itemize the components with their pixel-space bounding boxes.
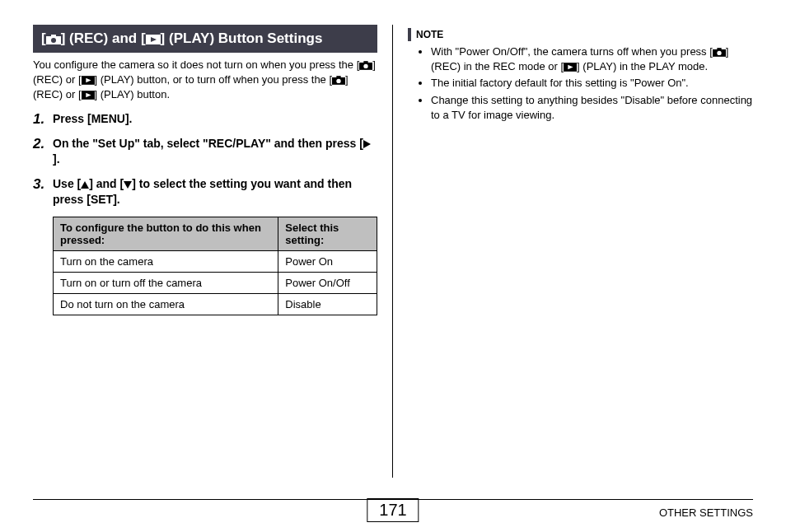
note-item: Change this setting to anything besides … [431, 93, 753, 123]
table-cell: Turn on the camera [54, 251, 278, 273]
steps-list: 1. Press [MENU]. 2. On the "Set Up" tab,… [33, 111, 377, 208]
svg-point-12 [336, 79, 340, 83]
step-3: 3. Use [] and [] to select the setting y… [33, 176, 377, 208]
footer-section-label: OTHER SETTINGS [659, 502, 753, 519]
settings-table: To configure the button to do this when … [53, 217, 377, 315]
text: ] (PLAY) button. [95, 88, 171, 100]
step-text: Press [MENU]. [53, 111, 132, 128]
text: ] (PLAY) button, or to turn off when you… [95, 73, 333, 86]
step-number: 1. [33, 111, 53, 128]
note-header: NOTE [408, 28, 753, 41]
play-icon [82, 76, 95, 85]
text: ]. [53, 152, 60, 166]
text: ] (PLAY) in the PLAY mode. [577, 60, 708, 72]
table-header: Select this setting: [278, 217, 377, 251]
text: On the "Set Up" tab, select "REC/PLAY" a… [53, 137, 363, 150]
svg-point-7 [364, 64, 368, 68]
page-footer: 171 OTHER SETTINGS [33, 499, 753, 519]
step-text: Use [] and [] to select the setting you … [53, 176, 377, 208]
triangle-right-icon [363, 140, 371, 148]
notes-list: With "Power On/Off", the camera turns of… [408, 44, 753, 123]
page-number: 171 [367, 498, 419, 522]
intro-paragraph: You configure the camera so it does not … [33, 58, 377, 103]
svg-point-17 [717, 51, 721, 55]
header-text: ] (REC) and [ [61, 30, 146, 46]
table-row: Do not turn on the camera Disable [54, 294, 377, 315]
camera-icon [713, 48, 726, 57]
step-number: 2. [33, 136, 53, 168]
footer-content: 171 OTHER SETTINGS [33, 502, 753, 519]
table-row: Turn on or turn off the camera Power On/… [54, 273, 377, 294]
table-header-row: To configure the button to do this when … [54, 217, 377, 251]
table-header: To configure the button to do this when … [54, 217, 278, 251]
table-cell: Turn on or turn off the camera [54, 273, 278, 294]
note-label: NOTE [416, 29, 443, 40]
note-bar-icon [408, 28, 411, 41]
note-item: The initial factory default for this set… [431, 76, 753, 91]
text: With "Power On/Off", the camera turns of… [431, 45, 713, 58]
step-number: 3. [33, 176, 53, 208]
triangle-up-icon [81, 181, 89, 189]
left-column: [] (REC) and [] (PLAY) Button Settings Y… [33, 25, 393, 478]
play-icon [146, 35, 161, 44]
svg-rect-6 [364, 61, 368, 63]
table-cell: Do not turn on the camera [54, 294, 278, 315]
svg-rect-11 [336, 76, 340, 78]
table-cell: Disable [278, 294, 377, 315]
svg-rect-1 [51, 35, 56, 37]
play-icon [82, 91, 95, 100]
triangle-down-icon [124, 181, 132, 189]
step-text: On the "Set Up" tab, select "REC/PLAY" a… [53, 136, 377, 168]
svg-point-2 [51, 38, 56, 43]
table-row: Turn on the camera Power On [54, 251, 377, 273]
camera-icon [332, 76, 345, 85]
step-1: 1. Press [MENU]. [33, 111, 377, 128]
text: You configure the camera so it does not … [33, 58, 359, 71]
note-item: With "Power On/Off", the camera turns of… [431, 44, 753, 74]
right-column: NOTE With "Power On/Off", the camera tur… [393, 25, 753, 478]
camera-icon [359, 61, 372, 70]
play-icon [564, 63, 577, 72]
svg-rect-16 [717, 48, 721, 50]
text: Use [ [53, 177, 81, 190]
section-header: [] (REC) and [] (PLAY) Button Settings [33, 25, 377, 53]
table-cell: Power On/Off [278, 273, 377, 294]
camera-icon [46, 35, 61, 44]
step-2: 2. On the "Set Up" tab, select "REC/PLAY… [33, 136, 377, 168]
table-cell: Power On [278, 251, 377, 273]
page: [] (REC) and [] (PLAY) Button Settings Y… [0, 0, 786, 532]
text: ] and [ [89, 177, 124, 190]
columns: [] (REC) and [] (PLAY) Button Settings Y… [33, 25, 753, 478]
header-text: ] (PLAY) Button Settings [161, 30, 323, 46]
